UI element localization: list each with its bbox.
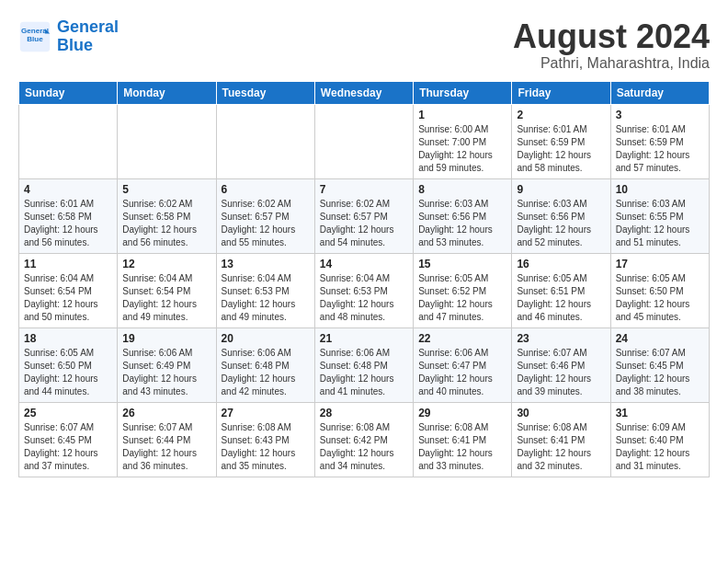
weekday-tuesday: Tuesday <box>216 81 314 104</box>
day-number: 9 <box>517 183 605 196</box>
day-info: Sunrise: 6:07 AM Sunset: 6:46 PM Dayligh… <box>517 347 605 398</box>
page-header: General Blue General Blue August 2024 Pa… <box>18 18 710 72</box>
day-cell: 1Sunrise: 6:00 AM Sunset: 7:00 PM Daylig… <box>414 104 512 178</box>
day-number: 28 <box>320 407 408 419</box>
day-number: 22 <box>418 332 506 345</box>
week-row-1: 1Sunrise: 6:00 AM Sunset: 7:00 PM Daylig… <box>19 104 710 178</box>
day-info: Sunrise: 6:03 AM Sunset: 6:56 PM Dayligh… <box>517 198 605 249</box>
day-info: Sunrise: 6:07 AM Sunset: 6:45 PM Dayligh… <box>616 347 704 398</box>
weekday-header-row: SundayMondayTuesdayWednesdayThursdayFrid… <box>19 81 710 104</box>
logo-line1: General <box>57 17 119 36</box>
logo-line2: Blue <box>57 36 93 54</box>
weekday-monday: Monday <box>118 81 216 104</box>
day-info: Sunrise: 6:04 AM Sunset: 6:54 PM Dayligh… <box>24 272 112 324</box>
day-cell: 6Sunrise: 6:02 AM Sunset: 6:57 PM Daylig… <box>216 178 314 253</box>
day-info: Sunrise: 6:04 AM Sunset: 6:53 PM Dayligh… <box>320 272 408 324</box>
weekday-sunday: Sunday <box>19 81 118 104</box>
day-number: 11 <box>24 258 112 270</box>
weekday-saturday: Saturday <box>610 81 709 104</box>
day-number: 31 <box>616 407 704 419</box>
day-number: 26 <box>122 407 210 419</box>
day-number: 29 <box>418 407 506 419</box>
day-cell: 29Sunrise: 6:08 AM Sunset: 6:41 PM Dayli… <box>414 402 512 477</box>
day-cell: 2Sunrise: 6:01 AM Sunset: 6:59 PM Daylig… <box>512 104 610 178</box>
day-info: Sunrise: 6:08 AM Sunset: 6:41 PM Dayligh… <box>517 421 605 473</box>
day-number: 21 <box>320 332 408 345</box>
day-info: Sunrise: 6:06 AM Sunset: 6:48 PM Dayligh… <box>320 347 408 398</box>
day-cell <box>19 104 118 178</box>
day-cell: 7Sunrise: 6:02 AM Sunset: 6:57 PM Daylig… <box>314 178 413 253</box>
day-number: 12 <box>122 258 210 270</box>
day-info: Sunrise: 6:01 AM Sunset: 6:59 PM Dayligh… <box>517 123 605 175</box>
svg-text:General: General <box>21 27 49 35</box>
day-number: 10 <box>616 183 704 196</box>
day-cell: 27Sunrise: 6:08 AM Sunset: 6:43 PM Dayli… <box>216 402 314 477</box>
weekday-thursday: Thursday <box>414 81 512 104</box>
day-info: Sunrise: 6:04 AM Sunset: 6:54 PM Dayligh… <box>122 272 210 324</box>
day-cell: 9Sunrise: 6:03 AM Sunset: 6:56 PM Daylig… <box>512 178 610 253</box>
day-number: 25 <box>24 407 112 419</box>
weekday-friday: Friday <box>512 81 610 104</box>
day-number: 14 <box>320 258 408 270</box>
day-number: 6 <box>222 183 310 196</box>
day-number: 30 <box>517 407 605 419</box>
day-cell: 11Sunrise: 6:04 AM Sunset: 6:54 PM Dayli… <box>19 253 118 327</box>
day-cell: 22Sunrise: 6:06 AM Sunset: 6:47 PM Dayli… <box>414 327 512 402</box>
day-cell: 30Sunrise: 6:08 AM Sunset: 6:41 PM Dayli… <box>512 402 610 477</box>
day-number: 17 <box>616 258 704 270</box>
day-cell: 12Sunrise: 6:04 AM Sunset: 6:54 PM Dayli… <box>118 253 216 327</box>
day-info: Sunrise: 6:02 AM Sunset: 6:57 PM Dayligh… <box>320 198 408 249</box>
week-row-4: 18Sunrise: 6:05 AM Sunset: 6:50 PM Dayli… <box>19 327 710 402</box>
day-cell: 31Sunrise: 6:09 AM Sunset: 6:40 PM Dayli… <box>610 402 709 477</box>
month-year: August 2024 <box>513 18 710 55</box>
day-info: Sunrise: 6:05 AM Sunset: 6:52 PM Dayligh… <box>418 272 506 324</box>
week-row-5: 25Sunrise: 6:07 AM Sunset: 6:45 PM Dayli… <box>19 402 710 477</box>
day-info: Sunrise: 6:06 AM Sunset: 6:48 PM Dayligh… <box>222 347 310 398</box>
day-number: 23 <box>517 332 605 345</box>
day-info: Sunrise: 6:06 AM Sunset: 6:49 PM Dayligh… <box>122 347 210 398</box>
day-number: 18 <box>24 332 112 345</box>
weekday-wednesday: Wednesday <box>314 81 413 104</box>
day-info: Sunrise: 6:07 AM Sunset: 6:44 PM Dayligh… <box>122 421 210 473</box>
day-info: Sunrise: 6:02 AM Sunset: 6:57 PM Dayligh… <box>222 198 310 249</box>
day-number: 1 <box>418 109 506 121</box>
day-number: 4 <box>24 183 112 196</box>
title-block: August 2024 Pathri, Maharashtra, India <box>513 18 710 72</box>
day-info: Sunrise: 6:03 AM Sunset: 6:55 PM Dayligh… <box>616 198 704 249</box>
day-info: Sunrise: 6:04 AM Sunset: 6:53 PM Dayligh… <box>222 272 310 324</box>
day-cell: 23Sunrise: 6:07 AM Sunset: 6:46 PM Dayli… <box>512 327 610 402</box>
day-cell: 3Sunrise: 6:01 AM Sunset: 6:59 PM Daylig… <box>610 104 709 178</box>
day-info: Sunrise: 6:08 AM Sunset: 6:43 PM Dayligh… <box>222 421 310 473</box>
day-info: Sunrise: 6:01 AM Sunset: 6:58 PM Dayligh… <box>24 198 112 249</box>
logo: General Blue General Blue <box>18 18 119 55</box>
day-number: 13 <box>222 258 310 270</box>
day-number: 24 <box>616 332 704 345</box>
day-info: Sunrise: 6:09 AM Sunset: 6:40 PM Dayligh… <box>616 421 704 473</box>
day-info: Sunrise: 6:08 AM Sunset: 6:42 PM Dayligh… <box>320 421 408 473</box>
day-cell: 14Sunrise: 6:04 AM Sunset: 6:53 PM Dayli… <box>314 253 413 327</box>
day-number: 16 <box>517 258 605 270</box>
day-number: 7 <box>320 183 408 196</box>
day-cell: 4Sunrise: 6:01 AM Sunset: 6:58 PM Daylig… <box>19 178 118 253</box>
day-number: 15 <box>418 258 506 270</box>
logo-icon: General Blue <box>18 20 51 53</box>
day-cell: 5Sunrise: 6:02 AM Sunset: 6:58 PM Daylig… <box>118 178 216 253</box>
day-cell: 26Sunrise: 6:07 AM Sunset: 6:44 PM Dayli… <box>118 402 216 477</box>
day-cell: 16Sunrise: 6:05 AM Sunset: 6:51 PM Dayli… <box>512 253 610 327</box>
day-number: 27 <box>222 407 310 419</box>
day-cell <box>216 104 314 178</box>
day-number: 8 <box>418 183 506 196</box>
day-cell: 15Sunrise: 6:05 AM Sunset: 6:52 PM Dayli… <box>414 253 512 327</box>
day-cell: 18Sunrise: 6:05 AM Sunset: 6:50 PM Dayli… <box>19 327 118 402</box>
day-number: 20 <box>222 332 310 345</box>
day-info: Sunrise: 6:00 AM Sunset: 7:00 PM Dayligh… <box>418 123 506 175</box>
day-number: 3 <box>616 109 704 121</box>
day-cell: 10Sunrise: 6:03 AM Sunset: 6:55 PM Dayli… <box>610 178 709 253</box>
day-cell: 25Sunrise: 6:07 AM Sunset: 6:45 PM Dayli… <box>19 402 118 477</box>
day-cell: 17Sunrise: 6:05 AM Sunset: 6:50 PM Dayli… <box>610 253 709 327</box>
day-cell <box>118 104 216 178</box>
day-cell <box>314 104 413 178</box>
calendar-table: SundayMondayTuesdayWednesdayThursdayFrid… <box>18 81 710 477</box>
day-cell: 21Sunrise: 6:06 AM Sunset: 6:48 PM Dayli… <box>314 327 413 402</box>
day-info: Sunrise: 6:03 AM Sunset: 6:56 PM Dayligh… <box>418 198 506 249</box>
